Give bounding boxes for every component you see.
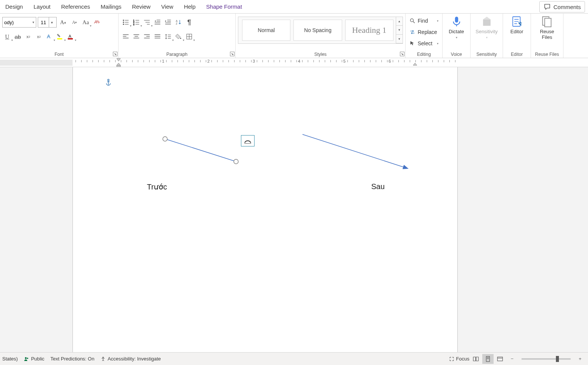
horizontal-ruler[interactable]: 123456 [0,58,588,67]
sort[interactable]: AZ [174,17,184,27]
focus-icon [449,356,454,362]
web-layout-view[interactable] [494,354,506,364]
borders[interactable]: ▾ [184,32,194,42]
justify[interactable] [153,32,162,42]
style-heading1[interactable]: Heading 1 [345,20,394,41]
comments-button[interactable]: Comments [539,1,585,12]
editor-button[interactable]: Editor [511,15,523,35]
style-no-spacing[interactable]: No Spacing [293,20,342,41]
select-button[interactable]: Select▾ [408,38,440,49]
document-workspace: Trước Sau [0,67,588,352]
layout-options-button[interactable] [241,135,255,146]
focus-mode-button[interactable]: Focus [449,356,469,362]
align-right[interactable] [142,32,152,42]
ruler-tick [200,60,201,62]
strikethrough[interactable]: ab [13,32,23,42]
bullets[interactable]: ▾ [121,17,131,27]
group-sensitivity: Sensitivity ▾ Sensitivity [471,14,503,58]
font-name-combo[interactable]: ody) ▾ [2,17,36,28]
decrease-font-size[interactable]: A▾ [69,17,79,27]
select-label: Select [418,40,432,46]
replace-button[interactable]: Replace [408,26,440,38]
font-size-combo[interactable]: ▾ [38,17,57,28]
status-predictions[interactable]: Text Predictions: On [51,356,94,362]
print-layout-view[interactable] [482,354,494,364]
ruler-tick [110,60,110,62]
font-size-input[interactable] [38,20,49,25]
gallery-down[interactable]: ▾ [396,26,403,34]
search-icon [409,18,415,24]
status-language[interactable]: States) [2,356,18,362]
subscript[interactable]: x2 [23,32,33,42]
selection-handle-start[interactable] [163,137,167,141]
zoom-in[interactable]: + [574,354,586,364]
reuse-files-button[interactable]: Reuse Files [540,15,554,40]
underline[interactable]: U▾ [2,32,12,42]
tab-shape-format[interactable]: Shape Format [201,0,247,14]
tab-view[interactable]: View [156,0,179,14]
tab-review[interactable]: Review [127,0,156,14]
show-paragraph-marks[interactable]: ¶ [184,17,194,27]
shape-line-selected[interactable] [161,135,244,165]
style-normal[interactable]: Normal [242,20,290,41]
read-mode-view[interactable] [470,354,482,364]
ruler-tick [319,60,319,62]
font-color[interactable]: A▾ [66,32,76,42]
shape-arrow-line[interactable] [299,131,413,173]
status-doc-class[interactable]: Public [24,356,44,362]
zoom-slider[interactable] [522,358,571,360]
svg-rect-55 [545,18,551,27]
clear-formatting[interactable]: A [92,17,102,27]
first-line-indent-marker[interactable] [116,58,121,62]
text-effects[interactable]: A▾ [45,32,54,42]
ruler-tick [393,60,393,62]
decrease-indent[interactable] [153,17,162,27]
sensitivity-button: Sensitivity ▾ [475,15,498,39]
highlight[interactable]: ▾ [55,32,65,42]
gallery-up[interactable]: ▴ [396,17,403,26]
right-indent-marker[interactable] [413,63,417,66]
document-page[interactable]: Trước Sau [73,67,458,352]
zoom-out[interactable]: − [506,354,518,364]
shading[interactable]: ▾ [174,32,184,42]
people-icon [24,356,29,362]
increase-indent[interactable] [163,17,173,27]
numbering[interactable]: 123▾ [131,17,141,27]
svg-line-60 [165,139,236,162]
hanging-indent-marker[interactable] [116,63,121,67]
font-launcher[interactable]: ⬊ [113,52,117,56]
ruler-tick [336,60,336,62]
dictate-button[interactable]: Dictate ▾ [449,15,464,39]
tab-design[interactable]: Design [0,0,28,14]
tab-references[interactable]: References [56,0,96,14]
ruler-tick [262,60,263,62]
status-accessibility[interactable]: Accessibility: Investigate [100,356,161,362]
paragraph-launcher[interactable]: ⬊ [230,52,235,56]
numbering-icon: 123 [133,19,140,26]
tab-help[interactable]: Help [179,0,201,14]
zoom-thumb[interactable] [556,356,559,362]
find-button[interactable]: Find▾ [408,15,440,26]
increase-font-size[interactable]: A▴ [58,17,68,27]
layout-options-icon [244,137,252,144]
ruler-tick [121,60,121,62]
tab-mailings[interactable]: Mailings [95,0,127,14]
align-center[interactable] [131,32,141,42]
tab-layout[interactable]: Layout [28,0,56,14]
gallery-more[interactable]: ▾ [396,35,403,43]
line-spacing[interactable]: ▾ [163,32,173,42]
styles-launcher[interactable]: ⬊ [400,52,404,56]
ruler-tick [228,60,229,62]
font-size-dropdown[interactable]: ▾ [49,17,55,27]
superscript[interactable]: x2 [34,32,44,42]
selection-handle-end[interactable] [234,159,238,164]
align-left[interactable] [121,32,131,42]
replace-icon [409,29,415,35]
svg-point-5 [123,20,124,21]
ruler-tick [432,60,433,62]
ruler-tick [189,60,189,62]
ruler-tick [285,60,286,62]
multilevel-list[interactable]: ▾ [142,17,152,27]
ruler-tick [359,60,359,62]
change-case[interactable]: Aa▾ [81,17,91,27]
